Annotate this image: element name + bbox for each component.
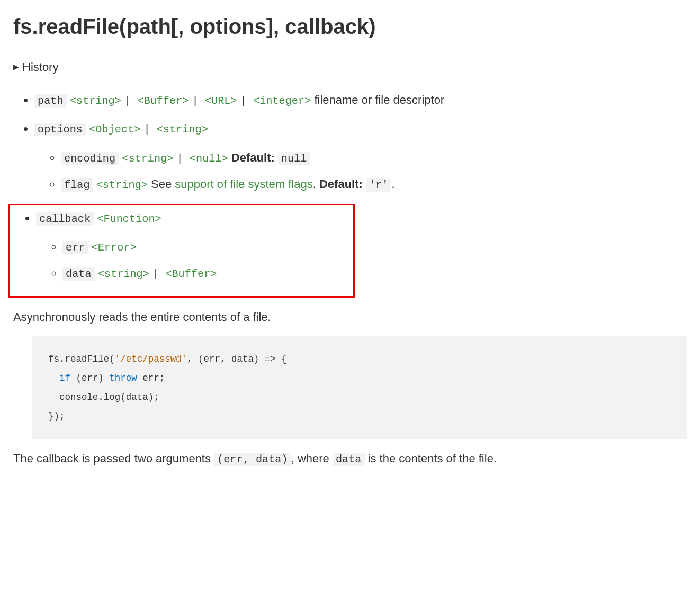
pipe: | [192,95,205,107]
param-options: options <Object> | <string> encoding <st… [34,119,687,194]
param-desc: filename or file descriptor [314,93,444,106]
type-null[interactable]: <null> [190,153,228,165]
description-1: Asynchronously reads the entire contents… [13,308,687,326]
pipe: | [143,123,156,136]
period: . [313,177,316,191]
parameter-list-callback: callback <Function> err <Error> data <st… [15,209,353,283]
type-string[interactable]: <string> [70,95,121,107]
type-buffer[interactable]: <Buffer> [137,95,189,107]
flags-link[interactable]: support of file system flags [175,177,312,191]
parameter-list: path <string> | <Buffer> | <URL> | <inte… [13,91,687,194]
type-string[interactable]: <string> [98,268,149,280]
type-function[interactable]: <Function> [97,213,161,225]
see-text: See [151,177,175,191]
default-label: Default: [319,177,363,191]
type-string[interactable]: <string> [122,153,173,165]
param-data: data <string> | <Buffer> [62,264,353,283]
param-flag: flag <string> See support of file system… [61,175,687,194]
type-object[interactable]: <Object> [89,123,140,136]
highlight-box: callback <Function> err <Error> data <st… [8,204,355,298]
code-example: fs.readFile('/etc/passwd', (err, data) =… [32,336,687,439]
default-value: null [278,152,310,165]
triangle-right-icon: ▶ [13,61,19,73]
param-encoding: encoding <string> | <null> Default: null [61,148,687,167]
history-toggle[interactable]: ▶ History [13,58,687,76]
default-label: Default: [231,151,275,164]
param-name: data [62,267,95,281]
param-name: err [62,241,88,254]
param-err: err <Error> [62,237,353,256]
pipe: | [152,268,165,280]
type-string[interactable]: <string> [157,123,208,136]
history-label: History [22,58,58,76]
type-url[interactable]: <URL> [205,95,237,107]
inline-code: data [333,453,365,466]
param-name: flag [61,178,93,192]
param-callback: callback <Function> err <Error> data <st… [36,209,353,283]
method-heading: fs.readFile(path[, options], callback) [13,11,687,42]
param-name: encoding [61,152,119,165]
pipe: | [177,153,190,165]
param-name: path [34,94,67,108]
options-sublist: encoding <string> | <null> Default: null… [34,148,687,194]
type-buffer[interactable]: <Buffer> [165,268,217,280]
param-path: path <string> | <Buffer> | <URL> | <inte… [34,91,687,110]
type-error[interactable]: <Error> [92,242,137,254]
pipe: | [124,95,137,107]
default-value: 'r' [366,178,391,192]
param-name: callback [36,212,94,226]
type-string[interactable]: <string> [96,179,148,191]
pipe: | [240,95,253,107]
period: . [391,177,394,191]
description-2: The callback is passed two arguments (er… [13,450,687,468]
inline-code: (err, data) [214,453,291,466]
callback-sublist: err <Error> data <string> | <Buffer> [36,237,353,283]
param-name: options [34,123,86,136]
type-integer[interactable]: <integer> [253,95,311,107]
